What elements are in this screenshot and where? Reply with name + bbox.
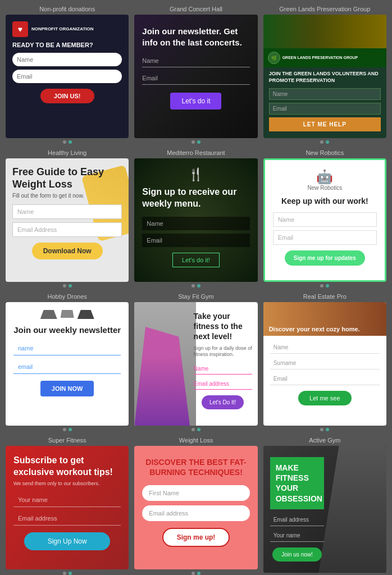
cell-gym: Stay Fit Gym Take your fitness to the ne… [134, 293, 257, 431]
weightloss-btn[interactable]: Sign me up! [162, 528, 230, 547]
cell-label-nonprofit: Non-profit donations [39, 6, 95, 12]
dot-2 [326, 428, 329, 431]
greenlands-dots [320, 140, 329, 144]
cell-activegym: Active Gym MAKE FITNESS YOUR OBSESSION J… [263, 437, 386, 575]
gym-email-input[interactable] [194, 378, 252, 390]
dot-1 [63, 140, 66, 144]
dot-1 [63, 572, 66, 575]
concert-btn[interactable]: Let's do it [170, 93, 221, 109]
cell-label-superfitness: Super Fitness [48, 437, 86, 444]
card-healthy: Free Guide to Easy Weight Loss Fill out … [6, 158, 129, 282]
concert-dots [192, 140, 200, 144]
activegym-content: MAKE FITNESS YOUR OBSESSION Join us now! [263, 446, 331, 573]
mediterro-btn[interactable]: Let's do it! [172, 253, 220, 267]
realestate-btn[interactable]: Let me see [298, 391, 351, 405]
dot-2 [197, 284, 200, 288]
dot-2 [69, 284, 72, 288]
cell-label-robotics: New Robotics [306, 149, 344, 156]
cell-healthy: Healthy Living Free Guide to Easy Weight… [6, 149, 129, 288]
healthy-title: Free Guide to Easy Weight Loss [12, 166, 122, 190]
realestate-content: Let me see [263, 336, 386, 411]
greenlands-name-input[interactable] [269, 88, 381, 100]
nonprofit-dots [63, 140, 72, 144]
cell-realestate: Real Estate Pro Discover your next cozy … [263, 293, 386, 431]
activegym-email-input[interactable] [270, 514, 325, 526]
robotics-logo: 🤖 New Robotics [273, 169, 377, 191]
superfitness-btn[interactable]: Sign Up Now [24, 532, 110, 550]
dot-2 [326, 284, 329, 288]
cell-nonprofit: Non-profit donations ♥ NONPROFIT ORGANIZ… [6, 6, 129, 144]
concert-email-input[interactable] [142, 72, 249, 85]
fork-icon: 🍴 [142, 167, 249, 182]
healthy-name-input[interactable] [12, 204, 122, 219]
healthy-content: Free Guide to Easy Weight Loss Fill out … [6, 158, 129, 267]
superfitness-email-input[interactable] [13, 512, 121, 526]
gym-name-input[interactable] [194, 363, 252, 375]
cell-mediterro: Mediterro Restaurant 🍴 Sign up to receiv… [134, 149, 257, 288]
cell-label-healthy: Healthy Living [48, 149, 86, 156]
card-superfitness: Subscribe to get exclusive workout tips!… [6, 446, 129, 569]
weightloss-email-input[interactable] [142, 505, 249, 521]
cell-robotics: New Robotics 🤖 New Robotics Keep up with… [263, 149, 386, 288]
mediterro-dots [192, 284, 200, 288]
mediterro-name-input[interactable] [142, 217, 249, 230]
dot-1 [320, 428, 323, 431]
realestate-header: Discover your next cozy home. [263, 302, 386, 336]
dot-1 [63, 428, 66, 431]
dot-1 [320, 140, 323, 144]
healthy-btn[interactable]: Download Now [32, 243, 103, 259]
card-weightloss: DISCOVER THE BEST FAT-BURNING TECHNIQUES… [134, 446, 257, 569]
dot-1 [63, 284, 66, 288]
cell-superfitness: Super Fitness Subscribe to get exclusive… [6, 437, 129, 575]
dot-2 [69, 572, 72, 575]
card-greenlands: 🌿 GREEN LANDS PRESERVATION GROUP JOIN TH… [263, 15, 386, 138]
realestate-name-input[interactable] [270, 341, 380, 354]
card-activegym: MAKE FITNESS YOUR OBSESSION Join us now! [263, 446, 386, 573]
dot-2 [69, 428, 72, 431]
cell-label-greenlands: Green Lands Preservation Group [279, 6, 370, 12]
dot-2 [69, 140, 72, 144]
concert-name-input[interactable] [142, 54, 249, 67]
drones-name-input[interactable] [13, 341, 121, 355]
nonprofit-join-button[interactable]: JOIN US! [40, 89, 94, 103]
greenlands-email-input[interactable] [269, 103, 381, 115]
robot-icon: 🤖 [316, 169, 333, 185]
healthy-email-input[interactable] [12, 222, 122, 237]
activegym-green-box: MAKE FITNESS YOUR OBSESSION [270, 457, 325, 509]
cell-label-gym: Stay Fit Gym [178, 293, 214, 300]
weightloss-firstname-input[interactable] [142, 485, 249, 501]
card-gym: Take your fitness to the next level! Sig… [134, 302, 257, 426]
gym-subtitle: Sign up for a daily dose of fitness insp… [194, 345, 252, 358]
nonprofit-name-input[interactable] [12, 53, 122, 66]
realestate-surname-input[interactable] [270, 357, 380, 369]
robotics-btn[interactable]: Sign me up for updates [285, 250, 365, 266]
activegym-name-input[interactable] [270, 530, 325, 542]
greenlands-overlay [263, 15, 386, 48]
superfitness-name-input[interactable] [13, 493, 121, 507]
drone-shape-1 [40, 310, 57, 319]
drones-dots [63, 428, 72, 431]
gym-content: Take your fitness to the next level! Sig… [134, 302, 257, 415]
robotics-email-input[interactable] [273, 230, 377, 245]
robotics-name-input[interactable] [273, 212, 377, 227]
mediterro-email-input[interactable] [142, 234, 249, 247]
dot-1 [320, 284, 323, 288]
greenlands-img [263, 15, 386, 48]
realestate-email-input[interactable] [270, 373, 380, 385]
weightloss-title: DISCOVER THE BEST FAT-BURNING TECHNIQUES… [142, 457, 249, 477]
cell-drones: Hobby Drones Join our weekly newsletter … [6, 293, 129, 431]
nonprofit-email-input[interactable] [12, 70, 122, 83]
superfitness-dots [63, 572, 72, 575]
greenlands-btn[interactable]: LET ME HELP [269, 117, 381, 131]
greenlands-logo-text: GREEN LANDS PRESERVATION GROUP [282, 56, 358, 60]
realestate-header-text: Discover your next cozy home. [269, 326, 360, 332]
healthy-dots [63, 284, 72, 288]
drones-btn[interactable]: JOIN NOW [40, 381, 94, 396]
dot-1 [192, 284, 195, 288]
activegym-btn[interactable]: Join us now! [272, 547, 322, 562]
card-drones: Join our weekly newsletter JOIN NOW [6, 302, 129, 426]
drones-email-input[interactable] [13, 360, 121, 374]
drone-shape-2 [61, 310, 74, 318]
drone-shape-3 [78, 310, 94, 319]
gym-btn[interactable]: Let's Do It! [202, 395, 244, 409]
